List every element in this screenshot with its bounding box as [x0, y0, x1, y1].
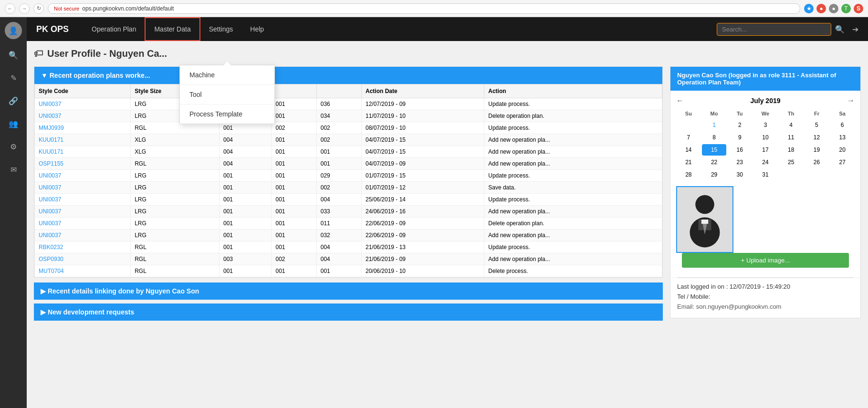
page-title: User Profile - Nguyen Ca... — [47, 48, 167, 59]
style-size-cell: LRG — [131, 230, 220, 241]
style-code-cell[interactable]: MMJ0939 — [35, 122, 131, 134]
nav-master-data[interactable]: Master Data — [145, 17, 200, 41]
calendar-day — [676, 119, 701, 131]
c2-cell: 001 — [272, 182, 316, 194]
table-row: UNI0037 LRG 001 001 002 01/07/2019 - 12 … — [35, 182, 662, 194]
calendar-day[interactable]: 2 — [727, 119, 752, 131]
calendar-day[interactable]: 12 — [805, 132, 829, 143]
style-code-cell[interactable]: RBK0232 — [35, 241, 131, 253]
calendar-day[interactable]: 7 — [676, 132, 701, 143]
c2-cell: 001 — [272, 170, 316, 182]
recent-linking-panel[interactable]: ▶ Recent details linking done by Nguyen … — [34, 282, 663, 300]
ext-icon-2[interactable]: ● — [829, 4, 838, 13]
calendar-day[interactable]: 9 — [727, 132, 752, 143]
calendar-day[interactable]: 19 — [805, 144, 829, 156]
bookmark-icon[interactable]: ★ — [804, 4, 814, 13]
reload-button[interactable]: ↻ — [33, 3, 44, 14]
dropdown-process-template[interactable]: Process Template — [180, 105, 274, 124]
table-row: UNI0037 LRG 001 001 033 24/06/2019 - 16 … — [35, 206, 662, 218]
style-code-cell[interactable]: UNI0037 — [35, 218, 131, 230]
calendar-day[interactable]: 28 — [676, 169, 701, 180]
calendar-day[interactable]: 21 — [676, 157, 701, 168]
action-cell: Add new operation pla... — [484, 253, 662, 265]
svg-rect-4 — [701, 220, 708, 224]
style-code-cell[interactable]: UNI0037 — [35, 170, 131, 182]
style-code-cell[interactable]: UNI0037 — [35, 110, 131, 122]
search-icon[interactable]: 🔍 — [835, 25, 845, 34]
ext-icon-1[interactable]: ● — [816, 4, 826, 13]
recent-table: Style Code Style Size Co... Action Date … — [34, 84, 662, 277]
calendar-day[interactable]: 27 — [830, 157, 855, 168]
date-cell: 24/06/2019 - 16 — [361, 206, 484, 218]
new-dev-requests-panel[interactable]: ▶ New development requests — [34, 303, 663, 321]
email-address: son.nguyen@pungkookvn.com — [696, 303, 782, 310]
sidebar-mail-icon[interactable]: ✉ — [6, 162, 21, 177]
style-code-cell[interactable]: UNI0037 — [35, 182, 131, 194]
nav-settings[interactable]: Settings — [200, 17, 242, 41]
calendar-prev-button[interactable]: ← — [676, 96, 684, 105]
calendar-day[interactable]: 23 — [727, 157, 752, 168]
style-code-cell[interactable]: UNI0037 — [35, 98, 131, 110]
calendar-day[interactable]: 13 — [830, 132, 855, 143]
upload-image-button[interactable]: + Upload image... — [682, 253, 849, 268]
calendar-day[interactable]: 5 — [805, 119, 829, 131]
calendar-day[interactable]: 17 — [753, 144, 778, 156]
calendar-day[interactable]: 16 — [727, 144, 752, 156]
calendar-day[interactable]: 25 — [779, 157, 804, 168]
user-icon[interactable]: S — [854, 4, 863, 13]
sidebar-edit-icon[interactable]: ✎ — [6, 71, 21, 85]
nav-help[interactable]: Help — [241, 17, 272, 41]
right-panel: Nguyen Cao Son (logged in as role 3111 -… — [670, 66, 861, 321]
calendar-day[interactable]: 1 — [702, 119, 727, 131]
content-grid: ▼ Recent operation plans worke... Style … — [34, 66, 861, 321]
calendar-day[interactable]: 14 — [676, 144, 701, 156]
nav-operation-plan[interactable]: Operation Plan — [83, 17, 145, 41]
ext-icon-3[interactable]: T — [841, 4, 851, 13]
url-bar[interactable]: Not secure ops.pungkookvn.com/default/de… — [48, 3, 800, 14]
c2-cell: 001 — [272, 218, 316, 230]
forward-button[interactable]: → — [19, 3, 30, 14]
calendar-day[interactable]: 26 — [805, 157, 829, 168]
dropdown-machine[interactable]: Machine — [180, 65, 274, 85]
calendar-day[interactable]: 24 — [753, 157, 778, 168]
calendar-day[interactable]: 15 — [702, 144, 727, 156]
style-code-cell[interactable]: OSP1155 — [35, 158, 131, 170]
calendar-day[interactable]: 11 — [779, 132, 804, 143]
calendar-day[interactable]: 6 — [830, 119, 855, 131]
calendar-next-button[interactable]: → — [847, 96, 855, 105]
style-code-cell[interactable]: UNI0037 — [35, 230, 131, 241]
calendar-day[interactable]: 10 — [753, 132, 778, 143]
calendar-day[interactable]: 18 — [779, 144, 804, 156]
search-input[interactable] — [717, 23, 831, 36]
c2-cell: 001 — [272, 158, 316, 170]
action-cell: Add new operation pla... — [484, 230, 662, 241]
sidebar-settings-icon[interactable]: ⚙ — [6, 139, 21, 154]
style-code-cell[interactable]: KUU0171 — [35, 146, 131, 158]
c3-cell: 001 — [316, 265, 361, 277]
calendar-day[interactable]: 4 — [779, 119, 804, 131]
sidebar: 👤 🔍 ✎ 🔗 👥 ⚙ ✉ — [0, 17, 27, 408]
sidebar-link-icon[interactable]: 🔗 — [6, 94, 21, 108]
style-code-cell[interactable]: MUT0704 — [35, 265, 131, 277]
calendar-day[interactable]: 22 — [702, 157, 727, 168]
style-code-cell[interactable]: UNI0037 — [35, 206, 131, 218]
sidebar-search-icon[interactable]: 🔍 — [6, 48, 21, 62]
back-button[interactable]: ← — [5, 3, 15, 14]
calendar-day[interactable]: 29 — [702, 169, 727, 180]
date-cell: 11/07/2019 - 10 — [361, 110, 484, 122]
calendar-day[interactable]: 3 — [753, 119, 778, 131]
style-size-cell: RGL — [131, 241, 220, 253]
signout-icon[interactable]: ➔ — [852, 25, 858, 34]
style-code-cell[interactable]: KUU0171 — [35, 134, 131, 146]
c2-cell: 001 — [272, 265, 316, 277]
style-code-cell[interactable]: UNI0037 — [35, 194, 131, 206]
calendar-day[interactable]: 20 — [830, 144, 855, 156]
calendar-day[interactable]: 30 — [727, 169, 752, 180]
sidebar-group-icon[interactable]: 👥 — [6, 116, 21, 131]
bottom-panels: ▶ Recent details linking done by Nguyen … — [34, 282, 663, 321]
dropdown-tool[interactable]: Tool — [180, 85, 274, 105]
sidebar-avatar[interactable]: 👤 — [5, 22, 22, 39]
style-code-cell[interactable]: OSP0930 — [35, 253, 131, 265]
calendar-day[interactable]: 31 — [753, 169, 778, 180]
calendar-day[interactable]: 8 — [702, 132, 727, 143]
